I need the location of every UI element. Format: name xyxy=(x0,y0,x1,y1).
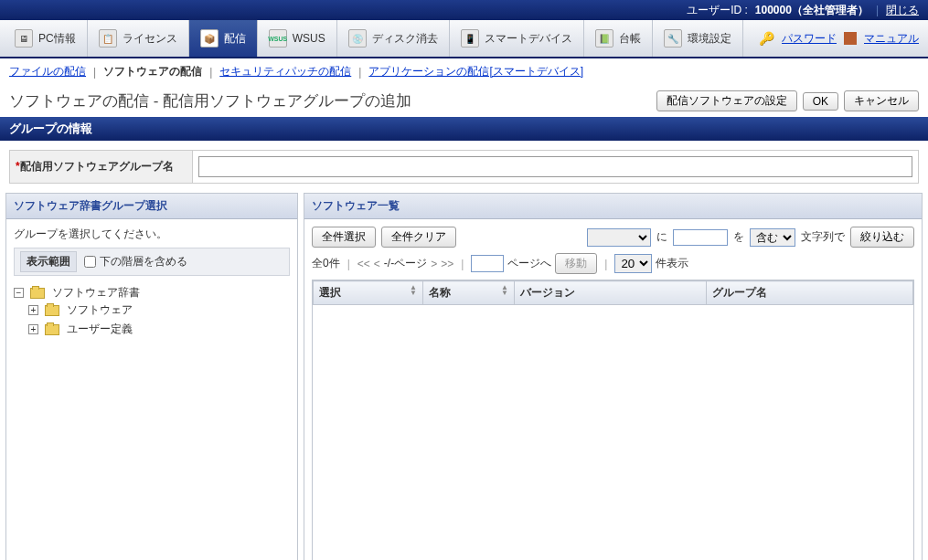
software-tree: − ソフトウェア辞書 + ソフトウェア + xyxy=(14,283,290,341)
per-page-select[interactable]: 20 xyxy=(614,254,652,273)
clear-all-button[interactable]: 全件クリア xyxy=(381,227,456,248)
tab-pc-info[interactable]: 🖥 PC情報 xyxy=(4,20,88,57)
tree-item-software[interactable]: + ソフトウェア xyxy=(28,301,290,320)
col-name[interactable]: 名称▲▼ xyxy=(423,281,515,305)
tab-label: 配信 xyxy=(224,31,246,47)
pager-next[interactable]: > xyxy=(431,258,437,270)
field-label-text: 配信用ソフトウェアグループ名 xyxy=(20,160,174,173)
col-select[interactable]: 選択▲▼ xyxy=(314,281,423,305)
tab-distribution[interactable]: 📦 配信 xyxy=(189,20,258,57)
software-table: 選択▲▼ 名称▲▼ バージョン グループ名 xyxy=(313,280,913,305)
pager-first[interactable]: << xyxy=(357,258,370,270)
tree-item-userdef[interactable]: + ユーザー定義 xyxy=(28,320,290,339)
filter-op-select[interactable]: 含む xyxy=(750,228,795,247)
go-button[interactable]: 移動 xyxy=(555,253,597,274)
page-title: ソフトウェアの配信 - 配信用ソフトウェアグループの追加 xyxy=(9,90,651,111)
tree-item-label: ユーザー定義 xyxy=(67,322,133,335)
display-range-row: 表示範囲 下の階層を含める xyxy=(14,248,290,276)
filter-value-input[interactable] xyxy=(673,229,728,246)
group-name-input[interactable] xyxy=(198,156,912,177)
group-info-form: *配信用ソフトウェアグループ名 xyxy=(0,141,928,193)
include-sub-checkbox-label[interactable]: 下の階層を含める xyxy=(84,254,187,269)
right-links: 🔑 パスワード マニュアル xyxy=(759,20,928,57)
select-group-hint: グループを選択してください。 xyxy=(14,227,290,242)
col-group[interactable]: グループ名 xyxy=(707,281,913,305)
total-count: 全0件 xyxy=(312,256,340,271)
license-icon: 📋 xyxy=(99,29,117,48)
paging-row: 全0件 | << < -/-ページ > >> | ページへ 移動 | 20 件表… xyxy=(312,253,914,274)
left-panel-header: ソフトウェア辞書グループ選択 xyxy=(6,194,297,219)
group-name-label: *配信用ソフトウェアグループ名 xyxy=(10,151,193,184)
include-sub-text: 下の階層を含める xyxy=(100,254,187,269)
tab-label: PC情報 xyxy=(38,31,76,47)
subnav-app-dist[interactable]: アプリケーションの配信[スマートデバイス] xyxy=(368,64,583,79)
tab-disk-erase[interactable]: 💿 ディスク消去 xyxy=(337,20,450,57)
sort-icon[interactable]: ▲▼ xyxy=(410,285,417,296)
filter-text-tail: 文字列で xyxy=(801,229,845,245)
close-link[interactable]: 閉じる xyxy=(886,3,919,18)
page-input[interactable] xyxy=(471,255,504,272)
top-header: ユーザーID : 100000（全社管理者） | 閉じる xyxy=(0,0,928,20)
right-panel: ソフトウェア一覧 全件選択 全件クリア に を 含む 文字列で 絞り込む 全0件… xyxy=(304,193,923,560)
include-sub-checkbox[interactable] xyxy=(84,256,96,268)
expand-icon[interactable]: + xyxy=(28,324,38,334)
ledger-icon: 📗 xyxy=(595,29,613,48)
smart-device-icon: 📱 xyxy=(461,29,479,48)
separator: | xyxy=(876,4,879,16)
password-link[interactable]: パスワード xyxy=(782,31,837,47)
user-id: 100000（全社管理者） xyxy=(755,3,869,18)
user-label: ユーザーID : xyxy=(687,3,748,18)
manual-link[interactable]: マニュアル xyxy=(864,31,919,47)
subnav-software-dist: ソフトウェアの配信 xyxy=(103,64,202,79)
tab-label: ライセンス xyxy=(123,31,177,47)
main-tabs: 🖥 PC情報 📋 ライセンス 📦 配信 WSUS WSUS 💿 ディスク消去 📱… xyxy=(0,20,928,58)
book-icon xyxy=(844,32,857,45)
tab-ledger[interactable]: 📗 台帳 xyxy=(584,20,653,57)
tab-license[interactable]: 📋 ライセンス xyxy=(88,20,189,57)
page-title-row: ソフトウェアの配信 - 配信用ソフトウェアグループの追加 配信ソフトウェアの設定… xyxy=(0,85,928,117)
folder-icon xyxy=(30,288,45,299)
page-info: -/-ページ xyxy=(384,256,427,271)
tab-label: WSUS xyxy=(293,32,325,45)
tab-settings[interactable]: 🔧 環境設定 xyxy=(653,20,743,57)
pc-icon: 🖥 xyxy=(15,29,33,48)
sub-nav: ファイルの配信 | ソフトウェアの配信 | セキュリティパッチの配信 | アプリ… xyxy=(0,58,928,85)
distribution-icon: 📦 xyxy=(200,29,219,48)
expand-icon[interactable]: + xyxy=(28,305,38,315)
software-table-wrap: 選択▲▼ 名称▲▼ バージョン グループ名 xyxy=(312,280,914,560)
display-range-label: 表示範囲 xyxy=(20,251,77,272)
tree-root-item[interactable]: − ソフトウェア辞書 + ソフトウェア + xyxy=(14,283,290,341)
subnav-patch-dist[interactable]: セキュリティパッチの配信 xyxy=(219,64,351,79)
filter-field-select[interactable] xyxy=(587,228,651,247)
right-panel-header: ソフトウェア一覧 xyxy=(304,194,922,219)
tab-label: 台帳 xyxy=(619,31,641,47)
folder-icon xyxy=(45,305,59,316)
filter-text-in: に xyxy=(656,229,667,245)
filter-row: 全件選択 全件クリア に を 含む 文字列で 絞り込む xyxy=(312,227,914,248)
folder-icon xyxy=(45,324,59,335)
per-page-label: 件表示 xyxy=(656,256,688,271)
tab-label: スマートデバイス xyxy=(485,31,572,47)
distribution-settings-button[interactable]: 配信ソフトウェアの設定 xyxy=(656,90,797,111)
col-version[interactable]: バージョン xyxy=(515,281,707,305)
disk-erase-icon: 💿 xyxy=(348,29,367,48)
tab-label: 環境設定 xyxy=(688,31,731,47)
cancel-button[interactable]: キャンセル xyxy=(844,90,919,111)
ok-button[interactable]: OK xyxy=(803,92,838,111)
group-info-header: グループの情報 xyxy=(0,117,928,141)
filter-button[interactable]: 絞り込む xyxy=(850,227,914,248)
tab-smart-device[interactable]: 📱 スマートデバイス xyxy=(450,20,584,57)
gear-icon: 🔧 xyxy=(664,29,682,48)
subnav-file-dist[interactable]: ファイルの配信 xyxy=(9,64,86,79)
select-all-button[interactable]: 全件選択 xyxy=(312,227,376,248)
collapse-icon[interactable]: − xyxy=(14,288,24,298)
tab-wsus[interactable]: WSUS WSUS xyxy=(258,20,337,57)
page-label: ページへ xyxy=(507,256,551,271)
tree-root-label: ソフトウェア辞書 xyxy=(52,286,140,299)
wsus-icon: WSUS xyxy=(269,29,287,48)
tree-item-label: ソフトウェア xyxy=(67,303,133,316)
pager-last[interactable]: >> xyxy=(441,258,453,270)
pager-prev[interactable]: < xyxy=(374,258,380,270)
filter-text-at: を xyxy=(733,229,744,245)
sort-icon[interactable]: ▲▼ xyxy=(501,285,508,296)
